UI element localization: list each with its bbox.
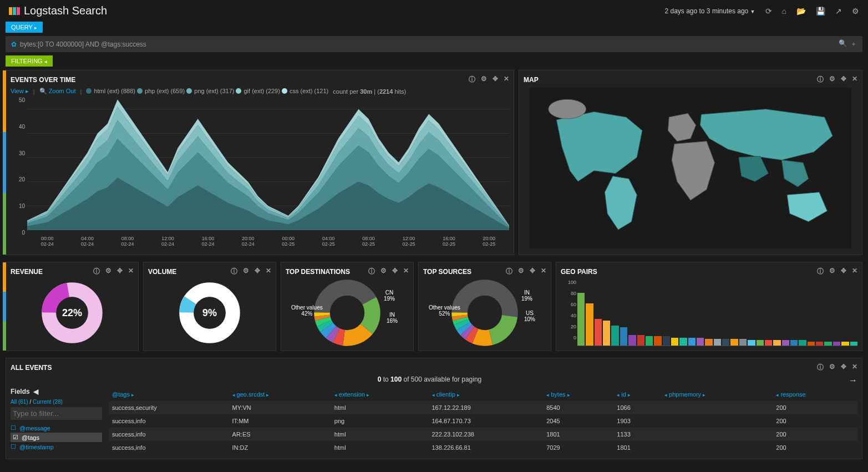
bar[interactable] [628,335,636,346]
info-icon[interactable]: ⓘ [817,267,824,276]
bar[interactable] [705,339,712,346]
bar[interactable] [850,342,857,346]
legend-item[interactable]: html (ext) (888) [86,88,135,94]
legend-item[interactable]: php (ext) (659) [137,88,185,94]
move-icon[interactable]: ✥ [841,267,846,276]
move-icon[interactable]: ✥ [841,75,846,84]
field-item-message[interactable]: ☐ @message [11,423,102,433]
top-sources-pie[interactable]: Other values52% IN19% US10% [423,280,546,346]
add-query-icon[interactable]: ＋ [850,39,857,49]
table-row[interactable]: success,infoIT:MMpng164.87.170.732045190… [109,414,857,428]
field-item-tags[interactable]: ☑ @tags [11,433,102,442]
bar[interactable] [577,293,585,346]
bar[interactable] [688,338,696,346]
move-icon[interactable]: ✥ [530,267,535,276]
query-gear-icon[interactable]: ✿ [11,40,17,48]
bar[interactable] [773,340,780,346]
info-icon[interactable]: ⓘ [368,267,375,276]
close-icon[interactable]: ✕ [504,75,509,84]
bar[interactable] [824,342,831,346]
col-id[interactable]: ◂ id ▸ [613,388,661,401]
bar[interactable] [663,336,670,346]
gear-icon[interactable]: ⚙ [829,267,835,276]
bar[interactable] [603,321,610,346]
col-ip[interactable]: ◂ clientip ▸ [429,388,544,401]
col-bytes[interactable]: ◂ bytes ▸ [543,388,613,401]
bar[interactable] [714,339,721,346]
close-icon[interactable]: ✕ [852,75,857,84]
bar[interactable] [679,338,687,346]
close-icon[interactable]: ✕ [266,267,271,276]
info-icon[interactable]: ⓘ [231,267,237,276]
gear-icon[interactable]: ⚙ [829,75,835,84]
world-map[interactable] [524,88,857,248]
field-item-timestamp[interactable]: ☐ @timestamp [11,442,102,451]
bar[interactable] [757,340,764,346]
legend-item[interactable]: css (ext) (121) [282,88,328,94]
fields-header[interactable]: Fields ◀ [11,388,102,395]
table-row[interactable]: success,infoIN:DZhtml138.226.66.81702918… [109,441,857,454]
settings-icon[interactable]: ⚙ [852,7,859,16]
bar[interactable] [646,336,653,346]
table-row[interactable]: success,securityMY:VNhtml167.12.22.18985… [109,401,857,414]
bar[interactable] [782,340,789,346]
col-php[interactable]: ◂ phpmemory ▸ [661,388,773,401]
bar[interactable] [671,338,678,346]
col-resp[interactable]: ◂ response [773,388,857,401]
current-fields-link[interactable]: Current (28) [33,399,63,405]
revenue-donut[interactable]: 22% [11,280,134,346]
col-tags[interactable]: @tags ▸ [109,388,229,401]
info-icon[interactable]: ⓘ [469,75,475,84]
bar[interactable] [799,340,806,346]
bar[interactable] [739,339,747,346]
close-icon[interactable]: ✕ [852,267,857,276]
bar[interactable] [808,342,815,346]
bar[interactable] [841,342,849,346]
info-icon[interactable]: ⓘ [817,363,824,372]
info-icon[interactable]: ⓘ [93,267,100,276]
bar[interactable] [611,326,618,346]
gear-icon[interactable]: ⚙ [481,75,487,84]
query-bar[interactable]: ✿ bytes:[0 TO 4000000] AND @tags:success… [6,36,862,52]
volume-donut[interactable]: 9% [148,280,271,346]
time-range-picker[interactable]: 2 days ago to 3 minutes ago ▼ [664,7,755,15]
refresh-icon[interactable]: ⟳ [765,7,772,16]
move-icon[interactable]: ✥ [117,267,123,276]
bar[interactable] [816,342,823,346]
bar[interactable] [790,340,798,346]
move-icon[interactable]: ✥ [493,75,498,84]
gear-icon[interactable]: ⚙ [105,267,111,276]
bar[interactable] [748,340,755,346]
bar[interactable] [722,339,729,346]
gear-icon[interactable]: ⚙ [829,363,835,372]
gear-icon[interactable]: ⚙ [380,267,387,276]
search-icon[interactable]: 🔍 [839,39,847,49]
close-icon[interactable]: ✕ [541,267,546,276]
gear-icon[interactable]: ⚙ [243,267,249,276]
move-icon[interactable]: ✥ [841,363,846,372]
fields-filter-input[interactable] [11,407,102,420]
close-icon[interactable]: ✕ [852,363,857,372]
legend-item[interactable]: gif (ext) (229) [236,88,280,94]
bar[interactable] [620,327,627,346]
col-ext[interactable]: ◂ extension ▸ [331,388,429,401]
move-icon[interactable]: ✥ [255,267,260,276]
filtering-tab[interactable]: FILTERING ◂ [6,55,53,67]
area-chart[interactable]: 50403020100 00:0002-2404:0002-2408:0002-… [11,97,509,247]
view-link[interactable]: View ▸ [11,88,29,95]
bar[interactable] [637,335,644,346]
bar[interactable] [833,342,840,346]
bar[interactable] [765,340,772,346]
top-destinations-pie[interactable]: Other values42% CN19% IN16% [286,280,409,346]
gear-icon[interactable]: ⚙ [518,267,524,276]
legend-item[interactable]: png (ext) (317) [186,88,234,94]
query-tab[interactable]: QUERY ▸ [6,22,43,33]
close-icon[interactable]: ✕ [128,267,134,276]
geo-pairs-bar-chart[interactable]: 100806040200 [561,280,857,346]
save-icon[interactable]: 💾 [816,7,825,16]
bar[interactable] [586,303,593,346]
move-icon[interactable]: ✥ [392,267,398,276]
home-icon[interactable]: ⌂ [782,7,786,16]
open-icon[interactable]: 📂 [796,7,806,16]
bar[interactable] [654,336,661,346]
